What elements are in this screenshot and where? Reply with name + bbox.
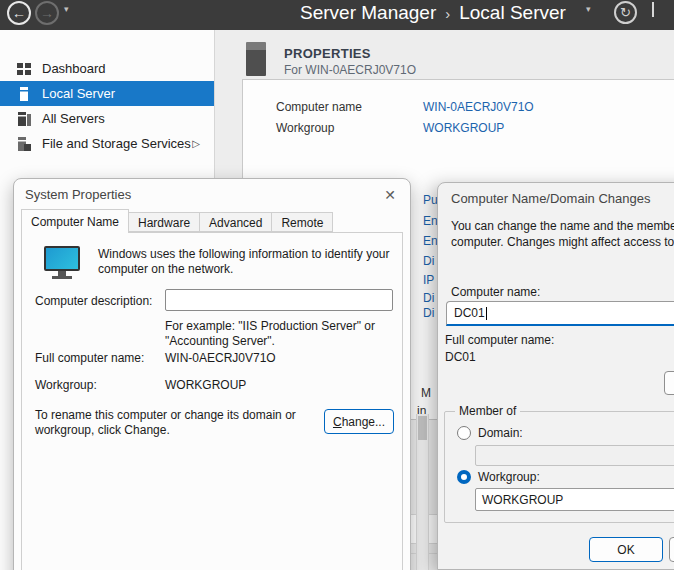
cancel-button-partial[interactable] [669, 537, 674, 562]
member-of-label: Member of [455, 404, 520, 418]
dialog-intro-line1: You can change the name and the membersh… [451, 219, 674, 233]
workgroup-radio[interactable] [457, 470, 471, 484]
tab-remote[interactable]: Remote [272, 212, 333, 232]
computer-name-label: Computer name [276, 100, 362, 114]
full-computer-name-label: Full computer name: [35, 351, 144, 366]
ok-button[interactable]: OK [589, 537, 663, 562]
computer-name-input[interactable]: DC01 [446, 301, 674, 326]
tab-strip: Computer Name Hardware Advanced Remote [21, 209, 333, 232]
servers-icon [16, 111, 32, 127]
identify-info-text: Windows uses the following information t… [98, 247, 392, 277]
app-title: Server Manager [300, 2, 436, 23]
sidebar-item-label: Local Server [42, 86, 115, 101]
domain-input [475, 445, 674, 466]
tab-advanced[interactable]: Advanced [200, 212, 272, 232]
full-computer-name-label: Full computer name: [445, 333, 554, 347]
sidebar-item-label: File and Storage Services [42, 136, 191, 151]
domain-radio[interactable] [457, 426, 471, 440]
titlebar: ← → ▾ Server Manager›Local Server ▾ ↻ [0, 0, 674, 30]
back-icon[interactable]: ← [7, 1, 31, 25]
sidebar-item-all-servers[interactable]: All Servers [0, 106, 214, 131]
full-computer-name-value: DC01 [445, 350, 476, 364]
computer-description-input[interactable] [165, 289, 393, 311]
dialog-intro-line2: computer. Changes might affect access to… [451, 235, 674, 249]
server-manager-window: ← → ▾ Server Manager›Local Server ▾ ↻ Da… [0, 0, 674, 570]
breadcrumb: Server Manager›Local Server [300, 2, 566, 24]
expand-arrow-icon[interactable]: ▷ [192, 138, 200, 149]
clipped-text: Di [423, 306, 434, 320]
domain-radio-label[interactable]: Domain: [478, 426, 523, 440]
change-button[interactable]: Change... [324, 409, 394, 434]
clipped-text: En [423, 234, 438, 248]
close-icon[interactable]: ✕ [380, 185, 400, 205]
clipped-text: M [421, 386, 431, 400]
rename-hint-text: To rename this computer or change its do… [35, 408, 303, 438]
nav-history-caret-icon[interactable]: ▾ [64, 4, 69, 14]
dialog-title: Computer Name/Domain Changes [451, 191, 650, 206]
forward-icon[interactable]: → [35, 1, 59, 25]
manage-caret-icon[interactable]: ▾ [586, 4, 591, 14]
clipped-text: Di [423, 291, 434, 305]
computer-description-label: Computer description: [35, 294, 152, 309]
system-properties-dialog: System Properties ✕ Computer Name Hardwa… [13, 178, 411, 570]
domain-changes-dialog: Computer Name/Domain Changes You can cha… [437, 182, 674, 570]
sidebar-item-file-storage-services[interactable]: File and Storage Services ▷ [0, 131, 214, 156]
clipped-text: En [423, 214, 438, 228]
clipped-text: Pu [423, 193, 438, 207]
properties-subheading: For WIN-0AECRJ0V71O [284, 63, 416, 77]
properties-heading: PROPERTIES [284, 46, 371, 61]
server-tile-icon [246, 42, 266, 76]
more-button-partial[interactable] [664, 371, 674, 395]
background-scrollbar[interactable] [416, 414, 429, 570]
text-caret [486, 307, 487, 320]
workgroup-link[interactable]: WORKGROUP [423, 121, 504, 135]
monitor-icon [44, 246, 82, 280]
file-storage-icon [16, 136, 32, 152]
clipped-text: IP [423, 273, 434, 287]
workgroup-radio-label[interactable]: Workgroup: [478, 470, 540, 484]
workgroup-value: WORKGROUP [165, 378, 246, 393]
computer-name-label: Computer name: [451, 285, 540, 299]
dashboard-icon [16, 61, 32, 77]
refresh-icon[interactable]: ↻ [614, 1, 637, 24]
description-example-text: For example: "IIS Production Server" or … [165, 319, 409, 349]
workgroup-label: Workgroup: [35, 378, 97, 393]
workgroup-label: Workgroup [276, 121, 334, 135]
server-icon [16, 86, 32, 102]
member-of-groupbox: Member of Domain: Workgroup: WORKGROUP [444, 411, 674, 523]
sidebar-item-label: All Servers [42, 111, 105, 126]
sidebar-item-local-server[interactable]: Local Server [0, 81, 214, 106]
workgroup-input[interactable]: WORKGROUP [475, 488, 674, 511]
dialog-title: System Properties [25, 187, 131, 202]
clipped-text: Di [423, 254, 434, 268]
tab-hardware[interactable]: Hardware [129, 212, 200, 232]
notification-flag-icon[interactable] [652, 2, 654, 17]
tab-computer-name[interactable]: Computer Name [21, 209, 129, 233]
full-computer-name-value: WIN-0AECRJ0V71O [165, 351, 276, 366]
computer-name-tab-page: Windows uses the following information t… [21, 232, 403, 570]
sidebar-item-label: Dashboard [42, 61, 106, 76]
sidebar-item-dashboard[interactable]: Dashboard [0, 56, 214, 81]
breadcrumb-separator-icon: › [436, 5, 459, 22]
page-title: Local Server [459, 2, 566, 23]
scrollbar-thumb[interactable] [418, 416, 427, 440]
computer-name-link[interactable]: WIN-0AECRJ0V71O [423, 100, 534, 114]
